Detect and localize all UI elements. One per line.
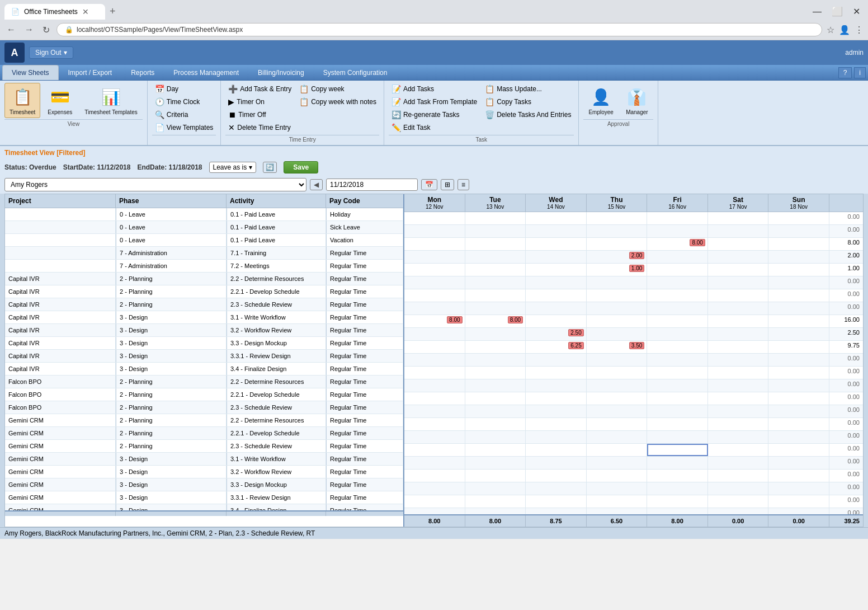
time-cell-sat[interactable]: [708, 276, 769, 289]
time-cell-tue[interactable]: [465, 367, 526, 379]
time-cell-thu[interactable]: [587, 508, 648, 514]
time-clock-btn[interactable]: 🕐 Time Clock: [152, 96, 216, 108]
time-cell-sun[interactable]: [768, 367, 829, 379]
time-cell-wed[interactable]: [526, 302, 587, 315]
time-cell-wed[interactable]: 6.25: [526, 341, 587, 353]
time-cell-fri[interactable]: [647, 457, 708, 469]
time-cell-thu[interactable]: [587, 457, 648, 469]
leave-as-is-dropdown[interactable]: Leave as is ▾: [209, 162, 257, 173]
time-cell-thu[interactable]: [587, 212, 648, 224]
time-cell-sat[interactable]: [708, 341, 769, 353]
time-cell-wed[interactable]: [526, 470, 587, 482]
time-cell-fri[interactable]: [647, 444, 708, 456]
time-cell-thu[interactable]: [587, 405, 648, 417]
time-cell-wed[interactable]: [526, 276, 587, 289]
nav-tab-system-config[interactable]: System Configuration: [314, 65, 397, 80]
time-cell-thu[interactable]: [587, 289, 648, 302]
time-cell-fri[interactable]: [647, 341, 708, 353]
time-cell-thu[interactable]: 2.00: [587, 251, 648, 263]
time-cell-wed[interactable]: [526, 238, 587, 250]
time-cell-fri[interactable]: [647, 302, 708, 315]
manager-approval-btn[interactable]: 👔 Manager: [621, 83, 653, 118]
time-cell-wed[interactable]: [526, 225, 587, 237]
time-cell-thu[interactable]: [587, 431, 648, 443]
time-cell-sat[interactable]: [708, 444, 769, 456]
time-cell-sat[interactable]: [708, 470, 769, 482]
time-cell-wed[interactable]: [526, 418, 587, 430]
time-cell-thu[interactable]: [587, 328, 648, 340]
time-cell-sun[interactable]: [768, 392, 829, 405]
nav-tab-reports[interactable]: Reports: [121, 65, 164, 80]
time-cell-wed[interactable]: [526, 405, 587, 417]
calendar-btn[interactable]: 📅: [421, 179, 437, 190]
templates-btn[interactable]: 📊 Timesheet Templates: [79, 83, 143, 118]
day-btn[interactable]: 📅 Day: [152, 83, 216, 95]
time-cell-tue[interactable]: [465, 405, 526, 417]
time-cell-sun[interactable]: [768, 482, 829, 495]
time-cell-sun[interactable]: [768, 379, 829, 392]
timer-off-btn[interactable]: ⏹ Timer Off: [225, 109, 294, 121]
time-cell-thu[interactable]: 3.50: [587, 341, 648, 353]
time-cell-mon[interactable]: [404, 418, 465, 430]
time-cell-mon[interactable]: [404, 457, 465, 469]
time-cell-fri[interactable]: 8.00: [647, 238, 708, 250]
time-cell-sun[interactable]: [768, 315, 829, 327]
time-cell-fri[interactable]: [647, 367, 708, 379]
time-cell-mon[interactable]: [404, 328, 465, 340]
time-cell-sun[interactable]: [768, 328, 829, 340]
time-cell-sun[interactable]: [768, 251, 829, 263]
time-cell-sun[interactable]: [768, 495, 829, 508]
time-cell-tue[interactable]: [465, 264, 526, 276]
time-cell-mon[interactable]: 8.00: [404, 315, 465, 327]
time-cell-wed[interactable]: [526, 367, 587, 379]
time-cell-sun[interactable]: [768, 431, 829, 443]
back-btn[interactable]: ←: [4, 24, 18, 36]
time-cell-wed[interactable]: [526, 392, 587, 405]
time-cell-thu[interactable]: 1.00: [587, 264, 648, 276]
signout-btn[interactable]: Sign Out ▾: [29, 46, 73, 59]
copy-tasks-btn[interactable]: 📋 Copy Tasks: [482, 96, 574, 108]
time-cell-thu[interactable]: [587, 225, 648, 237]
time-cell-sun[interactable]: [768, 508, 829, 514]
edit-task-btn[interactable]: ✏️ Edit Task: [389, 121, 480, 134]
time-cell-tue[interactable]: 8.00: [465, 315, 526, 327]
time-cell-tue[interactable]: [465, 392, 526, 405]
time-cell-mon[interactable]: [404, 508, 465, 514]
extensions-btn[interactable]: ⋮: [855, 25, 864, 35]
time-cell-mon[interactable]: [404, 367, 465, 379]
timesheet-btn[interactable]: 📋 Timesheet: [4, 83, 40, 118]
time-cell-tue[interactable]: [465, 328, 526, 340]
time-cell-sat[interactable]: [708, 482, 769, 495]
time-cell-sat[interactable]: [708, 367, 769, 379]
time-cell-wed[interactable]: [526, 495, 587, 508]
time-cell-wed[interactable]: 2.50: [526, 328, 587, 340]
maximize-btn[interactable]: ⬜: [828, 5, 846, 18]
minimize-btn[interactable]: —: [809, 6, 825, 18]
time-cell-sat[interactable]: [708, 405, 769, 417]
time-cell-sat[interactable]: [708, 354, 769, 366]
time-cell-tue[interactable]: [465, 470, 526, 482]
time-cell-fri[interactable]: [647, 470, 708, 482]
time-cell-thu[interactable]: [587, 354, 648, 366]
date-input[interactable]: [326, 179, 418, 191]
copy-week-notes-btn[interactable]: 📋 Copy week with notes: [296, 96, 379, 108]
time-cell-tue[interactable]: [465, 495, 526, 508]
regenerate-btn[interactable]: 🔄 Re-generate Tasks: [389, 109, 480, 121]
time-cell-mon[interactable]: [404, 238, 465, 250]
time-cell-tue[interactable]: [465, 444, 526, 456]
new-tab-btn[interactable]: +: [107, 3, 118, 20]
mass-update-btn[interactable]: 📋 Mass Update...: [482, 83, 574, 95]
time-cell-fri[interactable]: [647, 251, 708, 263]
time-cell-tue[interactable]: [465, 225, 526, 237]
time-cell-wed[interactable]: [526, 212, 587, 224]
nav-tab-import-export[interactable]: Import / Export: [59, 65, 122, 80]
time-cell-fri[interactable]: [647, 315, 708, 327]
time-cell-fri[interactable]: [647, 328, 708, 340]
time-cell-tue[interactable]: [465, 302, 526, 315]
time-cell-sat[interactable]: [708, 251, 769, 263]
time-cell-tue[interactable]: [465, 289, 526, 302]
time-cell-mon[interactable]: [404, 302, 465, 315]
refresh-btn[interactable]: ↻: [40, 24, 52, 36]
time-cell-sun[interactable]: [768, 225, 829, 237]
save-btn[interactable]: Save: [284, 161, 318, 173]
